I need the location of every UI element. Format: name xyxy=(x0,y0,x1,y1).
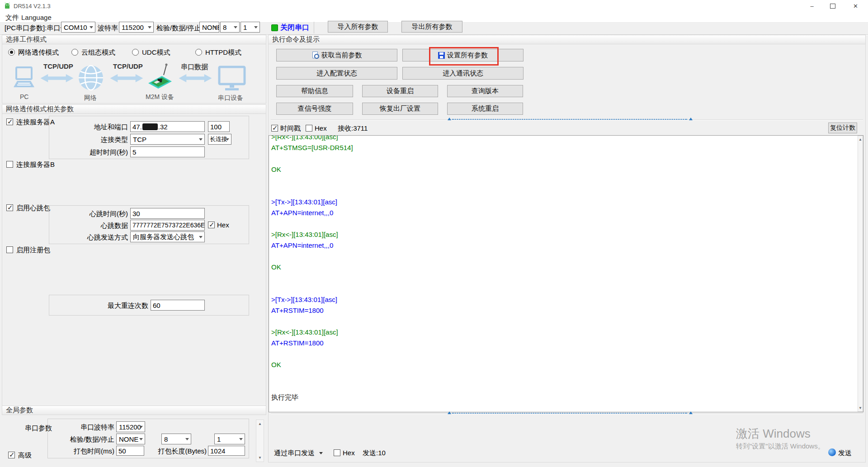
maximize-button[interactable] xyxy=(822,0,843,12)
heartbeat-data-input[interactable]: 7777772E7573722E636E xyxy=(130,220,205,231)
factory-reset-button[interactable]: 恢复出厂设置 xyxy=(362,103,438,115)
reconnect-box xyxy=(49,295,249,316)
log-line xyxy=(271,316,856,327)
global-databits-select[interactable]: 8 xyxy=(161,434,191,444)
global-parity-label: 检验/数据/停止 xyxy=(70,435,114,444)
heartbeat-time-input[interactable]: 30 xyxy=(130,208,205,219)
get-params-button[interactable]: 获取当前参数 xyxy=(276,49,397,61)
log-line xyxy=(271,381,856,392)
server-address-input[interactable]: 47..32 xyxy=(130,121,205,132)
global-parity-select[interactable]: NONE xyxy=(116,434,145,444)
server-b-checkbox[interactable] xyxy=(6,161,13,168)
log-line xyxy=(271,186,856,197)
register-label[interactable]: 启用注册包 xyxy=(16,246,50,255)
radio-cloud-label[interactable]: 云组态模式 xyxy=(81,48,115,57)
send-via-serial-dropdown[interactable]: 通过串口发送 xyxy=(274,449,315,458)
link-label-tcpudp-1: TCP/UDP xyxy=(43,62,73,70)
timestamp-checkbox[interactable] xyxy=(271,125,278,132)
log-line xyxy=(271,218,856,229)
log-line xyxy=(271,273,856,283)
com-port-select[interactable]: COM10 xyxy=(61,22,95,33)
chevron-down-icon xyxy=(90,26,93,28)
parity-label: 检验/数据/停止 xyxy=(156,24,201,33)
log-scrollbar[interactable]: ▲ ▼ xyxy=(858,136,863,412)
global-stopbits-select[interactable]: 1 xyxy=(214,434,245,444)
server-a-checkbox[interactable] xyxy=(6,118,13,125)
export-params-button[interactable]: 导出所有参数 xyxy=(401,21,462,33)
radio-net-transparent-label[interactable]: 网络透传模式 xyxy=(18,48,59,57)
log-line xyxy=(271,283,856,294)
import-params-button[interactable]: 导入所有参数 xyxy=(328,21,388,33)
scroll-down-icon[interactable]: ▼ xyxy=(256,454,264,461)
device-restart-button[interactable]: 设备重启 xyxy=(362,85,438,97)
send-hex-label[interactable]: Hex xyxy=(343,449,355,457)
chevron-down-icon xyxy=(319,452,323,454)
radio-httpd-mode[interactable] xyxy=(195,49,202,56)
enter-config-state-button[interactable]: 进入配置状态 xyxy=(276,67,397,80)
heartbeat-hex-label[interactable]: Hex xyxy=(217,221,229,229)
send-hex-checkbox[interactable] xyxy=(334,449,340,456)
global-baud-select[interactable]: 115200 xyxy=(116,421,145,432)
scroll-up-icon[interactable]: ▲ xyxy=(256,420,264,427)
log-line: AT+RSTIM=1800 xyxy=(271,338,856,349)
heartbeat-time-label: 心跳时间(秒) xyxy=(90,210,128,218)
arrow-network-m2m-icon xyxy=(109,72,144,84)
chevron-down-icon xyxy=(254,26,258,28)
reconnect-input[interactable]: 60 xyxy=(151,300,205,311)
link-label-serialdata: 串口数据 xyxy=(181,63,208,71)
timestamp-label[interactable]: 时间戳 xyxy=(280,124,301,133)
register-checkbox[interactable] xyxy=(6,246,13,253)
radio-net-transparent-mode[interactable] xyxy=(8,49,15,56)
scroll-down-icon[interactable]: ▼ xyxy=(858,405,863,411)
menu-language[interactable]: Language xyxy=(21,14,52,21)
advanced-label[interactable]: 高级 xyxy=(18,451,32,460)
system-restart-button[interactable]: 系统重启 xyxy=(447,103,523,115)
arrow-m2m-serial-icon xyxy=(178,72,212,84)
packtime-input[interactable]: 50 xyxy=(116,446,144,456)
radio-udc-mode[interactable] xyxy=(132,49,139,56)
baud-select[interactable]: 115200 xyxy=(119,22,154,33)
close-button[interactable]: ✕ xyxy=(843,0,868,12)
server-b-label[interactable]: 连接服务器B xyxy=(16,160,55,169)
conn-mode-select[interactable]: 长连接 xyxy=(208,134,231,145)
left-panel-scrollbar[interactable]: ▲ ▼ xyxy=(256,420,264,462)
exec-panel-header: 执行命令及提示 xyxy=(268,35,866,44)
radio-udc-label[interactable]: UDC模式 xyxy=(142,48,170,57)
send-button[interactable]: 发送 xyxy=(838,449,852,458)
help-info-button[interactable]: 帮助信息 xyxy=(276,85,353,97)
log-hex-checkbox[interactable] xyxy=(306,125,312,132)
log-area[interactable]: >[Rx<-][13:43:00][asc]AT+STMSG=[USR-DR51… xyxy=(269,135,863,412)
enter-comm-state-button[interactable]: 进入通讯状态 xyxy=(402,67,524,80)
server-port-input[interactable]: 100 xyxy=(208,121,230,132)
log-top-splitter-handle[interactable] xyxy=(452,119,687,120)
recv-count: 接收:3711 xyxy=(338,124,368,133)
heartbeat-checkbox[interactable] xyxy=(6,204,13,211)
highlight-red-box xyxy=(429,47,499,66)
conn-type-select[interactable]: TCP xyxy=(130,134,205,145)
splitter-arrow-icon xyxy=(448,118,451,120)
databits-select[interactable]: 8 xyxy=(220,22,240,33)
stopbits-select[interactable]: 1 xyxy=(241,22,260,33)
packlen-input[interactable]: 1024 xyxy=(208,446,245,456)
heartbeat-hex-checkbox[interactable] xyxy=(208,222,215,228)
menu-file[interactable]: 文件 xyxy=(5,14,19,22)
heartbeat-label[interactable]: 启用心跳包 xyxy=(16,204,50,212)
query-version-button[interactable]: 查询版本 xyxy=(447,85,523,97)
scroll-up-icon[interactable]: ▲ xyxy=(858,136,863,143)
radio-httpd-label[interactable]: HTTPD模式 xyxy=(205,48,241,57)
parity-select[interactable]: NONE xyxy=(199,22,219,33)
timeout-input[interactable]: 5 xyxy=(130,146,205,157)
log-line: AT+APN=internet,,,0 xyxy=(271,208,856,218)
log-line: >[Tx->][13:43:01][asc] xyxy=(271,197,856,208)
radio-cloud-mode[interactable] xyxy=(71,49,78,56)
reset-count-button[interactable]: 复位计数 xyxy=(828,123,857,133)
log-hex-label[interactable]: Hex xyxy=(315,124,327,132)
minimize-button[interactable]: – xyxy=(802,0,822,12)
work-mode-header: 选择工作模式 xyxy=(2,35,266,44)
advanced-checkbox[interactable] xyxy=(8,452,15,458)
log-line: AT+APN=internet,,,0 xyxy=(271,240,856,251)
close-port-button[interactable]: 关闭串口 xyxy=(280,23,309,33)
heartbeat-mode-select[interactable]: 向服务器发送心跳包 xyxy=(130,231,205,242)
query-signal-button[interactable]: 查信号强度 xyxy=(276,103,353,115)
log-bottom-splitter-handle[interactable] xyxy=(452,413,687,414)
